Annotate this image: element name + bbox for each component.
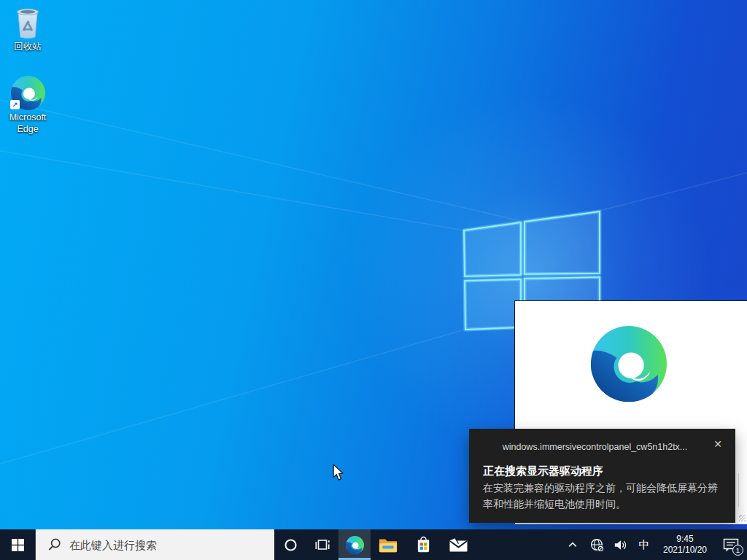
taskbar-button-microsoft-store[interactable] bbox=[406, 529, 441, 560]
action-center-button[interactable]: 1 bbox=[715, 529, 747, 560]
windows-desktop: 回收站 ↗ Microsoft Edge windows.immersiveco… bbox=[0, 0, 747, 560]
mouse-cursor bbox=[330, 464, 347, 481]
taskbar-button-task-view[interactable] bbox=[306, 529, 338, 560]
desktop-icon-label: Microsoft Edge bbox=[0, 112, 55, 135]
recycle-bin-icon bbox=[10, 4, 45, 39]
clock-date: 2021/10/20 bbox=[655, 545, 715, 556]
volume-icon bbox=[614, 539, 628, 551]
tray-ime-indicator[interactable]: 中 bbox=[633, 529, 655, 560]
search-icon bbox=[47, 537, 62, 552]
system-tray: 中 9:45 2021/10/20 1 bbox=[560, 529, 747, 560]
toast-app-id: windows.immersivecontrolpanel_cw5n1h2tx.… bbox=[501, 442, 689, 452]
task-view-icon bbox=[314, 537, 330, 553]
close-icon[interactable]: ✕ bbox=[713, 439, 722, 449]
window-ui-edge-fragment bbox=[738, 473, 739, 507]
taskbar-button-file-explorer[interactable] bbox=[371, 529, 406, 560]
clock-time: 9:45 bbox=[655, 534, 715, 545]
desktop-icon-label: 回收站 bbox=[14, 42, 42, 53]
taskbar-button-cortana[interactable] bbox=[274, 529, 306, 560]
taskbar: 中 9:45 2021/10/20 1 bbox=[0, 529, 747, 560]
edge-icon bbox=[346, 536, 364, 554]
resize-gripper[interactable] bbox=[739, 515, 746, 521]
chevron-up-icon bbox=[567, 539, 578, 551]
store-bag-icon bbox=[415, 535, 432, 554]
tray-chevron-button[interactable] bbox=[560, 529, 585, 560]
notification-badge: 1 bbox=[732, 545, 743, 556]
folder-icon bbox=[379, 537, 398, 553]
toast-body: 在安装完兼容的驱动程序之前，可能会降低屏幕分辨率和性能并缩短电池使用时间。 bbox=[483, 481, 719, 512]
shortcut-arrow-icon: ↗ bbox=[10, 100, 20, 109]
desktop-icon-recycle-bin[interactable]: 回收站 bbox=[0, 4, 55, 53]
tray-clock[interactable]: 9:45 2021/10/20 bbox=[655, 529, 715, 560]
globe-no-internet-icon bbox=[589, 537, 605, 553]
taskbar-search[interactable] bbox=[35, 529, 274, 560]
notification-toast[interactable]: windows.immersivecontrolpanel_cw5n1h2tx.… bbox=[469, 429, 735, 523]
cortana-circle-icon bbox=[284, 538, 298, 552]
taskbar-button-mail[interactable] bbox=[441, 529, 476, 560]
tray-network-button[interactable] bbox=[585, 529, 608, 560]
desktop-icon-microsoft-edge[interactable]: ↗ Microsoft Edge bbox=[0, 75, 55, 135]
tray-volume-button[interactable] bbox=[608, 529, 633, 560]
windows-logo-icon bbox=[12, 539, 24, 551]
start-button[interactable] bbox=[0, 529, 35, 560]
search-input[interactable] bbox=[68, 529, 270, 560]
microsoft-edge-logo bbox=[591, 326, 667, 402]
taskbar-button-microsoft-edge[interactable] bbox=[338, 529, 371, 560]
toast-title: 正在搜索显示器驱动程序 bbox=[483, 464, 603, 478]
mail-envelope-icon bbox=[449, 537, 468, 553]
